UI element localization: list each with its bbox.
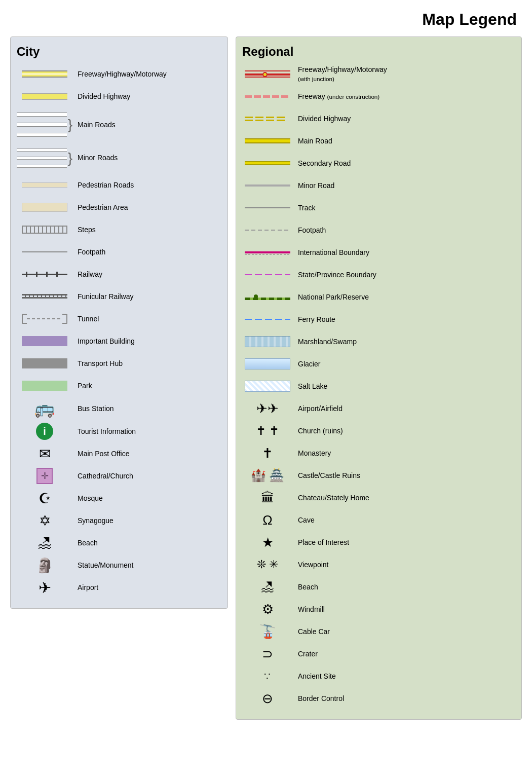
reg-intl-boundary-icon	[242, 250, 293, 255]
reg-minor-icon	[242, 184, 293, 187]
reg-chateau-icon: 🏛	[242, 490, 293, 506]
tunnel-label: Tunnel	[78, 314, 99, 323]
reg-border-icon: ⊖	[242, 691, 293, 707]
reg-church-label: Church (ruins)	[298, 426, 343, 435]
list-item: ✉ Main Post Office	[17, 445, 221, 463]
reg-freeway-label: Freeway/Highway/Motorway(with junction)	[298, 65, 387, 83]
list-item: } Minor Roads	[17, 144, 221, 172]
footpath-icon	[17, 251, 72, 252]
reg-natpark-icon	[242, 293, 293, 301]
list-item: ✝ ✝ Church (ruins)	[242, 422, 515, 440]
list-item: Ω Cave	[242, 511, 515, 529]
freeway-icon	[17, 70, 72, 78]
reg-divided-label: Divided Highway	[298, 114, 351, 123]
funicular-icon	[17, 293, 72, 300]
reg-poi-label: Place of Interest	[298, 538, 349, 547]
post-office-label: Main Post Office	[78, 449, 129, 458]
list-item: i Tourist Information	[17, 422, 221, 440]
statue-label: Statue/Monument	[78, 561, 134, 570]
list-item: ✝ Monastery	[242, 444, 515, 462]
reg-monastery-label: Monastery	[298, 449, 331, 458]
list-item: } Main Roads	[17, 109, 221, 140]
reg-freeway-construction-label: Freeway (under construction)	[298, 92, 379, 101]
reg-saltlake-icon	[242, 381, 293, 392]
list-item: Main Road	[242, 132, 515, 150]
synagogue-label: Synagogue	[78, 516, 113, 525]
reg-secondary-label: Secondary Road	[298, 159, 351, 168]
tourist-info-icon: i	[17, 423, 72, 440]
main-roads-icon: }	[17, 113, 72, 137]
reg-footpath-icon	[242, 230, 293, 231]
reg-ferry-icon	[242, 319, 293, 320]
list-item: Footpath	[17, 243, 221, 261]
reg-cave-icon: Ω	[242, 512, 293, 528]
city-airport-label: Airport	[78, 583, 98, 592]
list-item: Divided Highway	[17, 87, 221, 105]
reg-border-label: Border Control	[298, 694, 344, 703]
list-item: 🏖 Beach	[242, 578, 515, 596]
reg-cablecar-icon: 🚡	[242, 624, 293, 640]
page-title: Map Legend	[10, 10, 522, 29]
reg-ferry-label: Ferry Route	[298, 315, 335, 324]
reg-castle-icon: 🏰 🏯	[242, 468, 293, 483]
list-item: 🏰 🏯 Castle/Castle Ruins	[242, 466, 515, 485]
list-item: ✛ Cathedral/Church	[17, 467, 221, 485]
list-item: Steps	[17, 220, 221, 239]
city-airport-icon: ✈	[17, 579, 72, 597]
park-label: Park	[78, 381, 92, 390]
list-item: ⊃ Crater	[242, 645, 515, 663]
reg-freeway-construction-icon	[242, 94, 293, 99]
list-item: ∵ Ancient Site	[242, 667, 515, 685]
list-item: Track	[242, 199, 515, 217]
city-beach-icon: 🏖	[17, 535, 72, 551]
reg-monastery-icon: ✝	[242, 446, 293, 461]
tunnel-icon	[17, 314, 72, 324]
reg-church-icon: ✝ ✝	[242, 424, 293, 438]
reg-cablecar-label: Cable Car	[298, 627, 330, 636]
list-item: ⚙ Windmill	[242, 600, 515, 618]
mosque-icon: ☪	[17, 490, 72, 507]
reg-crater-icon: ⊃	[242, 646, 293, 662]
minor-roads-icon: }	[17, 149, 72, 168]
reg-cave-label: Cave	[298, 515, 315, 525]
divided-highway-label: Divided Highway	[78, 92, 130, 101]
reg-track-label: Track	[298, 203, 315, 212]
reg-mainroad-icon	[242, 138, 293, 143]
city-beach-label: Beach	[78, 538, 98, 547]
list-item: Footpath	[242, 221, 515, 239]
reg-airport-label: Airport/Airfield	[298, 404, 343, 413]
transport-hub-icon	[17, 358, 72, 368]
list-item: 🗿 Statue/Monument	[17, 556, 221, 574]
list-item: State/Province Boundary	[242, 266, 515, 284]
funicular-label: Funicular Railway	[78, 292, 133, 301]
reg-chateau-label: Chateau/Stately Home	[298, 493, 369, 502]
transport-hub-label: Transport Hub	[78, 359, 123, 368]
list-item: Funicular Railway	[17, 287, 221, 306]
footpath-label: Footpath	[78, 247, 105, 256]
railway-icon	[17, 271, 72, 278]
reg-intl-boundary-label: International Boundary	[298, 248, 369, 257]
reg-glacier-icon	[242, 358, 293, 369]
reg-poi-icon: ★	[242, 535, 293, 550]
reg-crater-label: Crater	[298, 649, 318, 658]
list-item: Park	[17, 377, 221, 395]
cathedral-icon: ✛	[17, 468, 72, 484]
post-office-icon: ✉	[17, 446, 72, 462]
statue-icon: 🗿	[17, 557, 72, 574]
list-item: ★ Place of Interest	[242, 533, 515, 551]
list-item: 🏛 Chateau/Stately Home	[242, 489, 515, 507]
reg-glacier-label: Glacier	[298, 359, 320, 368]
divided-highway-icon	[17, 93, 72, 100]
list-item: Freeway/Highway/Motorway	[17, 65, 221, 83]
list-item: International Boundary	[242, 243, 515, 262]
steps-icon	[17, 226, 72, 234]
list-item: Divided Highway	[242, 109, 515, 128]
list-item: Freeway/Highway/Motorway(with junction)	[242, 65, 515, 83]
list-item: Marshland/Swamp	[242, 332, 515, 351]
list-item: Railway	[17, 265, 221, 283]
reg-track-icon	[242, 207, 293, 208]
list-item: Secondary Road	[242, 154, 515, 172]
cathedral-label: Cathedral/Church	[78, 471, 133, 480]
reg-airport-icon: ✈✈	[242, 401, 293, 417]
reg-freeway-icon	[242, 70, 293, 78]
